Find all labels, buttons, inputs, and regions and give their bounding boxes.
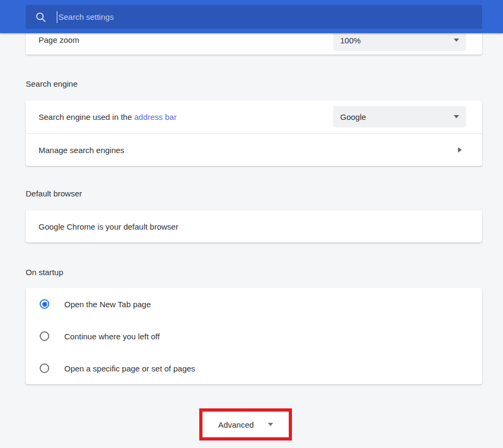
manage-search-engines-label: Manage search engines xyxy=(39,146,124,155)
search-engine-select[interactable]: Google xyxy=(333,106,466,127)
page-zoom-value: 100% xyxy=(340,36,361,45)
settings-search-header: Search settings xyxy=(0,0,503,33)
search-icon xyxy=(35,11,47,23)
text-cursor xyxy=(57,11,57,23)
settings-search-input[interactable]: Search settings xyxy=(26,5,482,29)
search-placeholder: Search settings xyxy=(58,12,114,21)
section-title-on-startup: On startup xyxy=(26,268,63,277)
default-browser-status: Google Chrome is your default browser xyxy=(39,222,178,231)
advanced-button[interactable]: Advanced xyxy=(202,412,289,437)
annotation-highlight-box: Advanced xyxy=(199,408,292,441)
default-browser-card: Google Chrome is your default browser xyxy=(26,210,482,242)
page-zoom-label: Page zoom xyxy=(39,35,79,44)
search-engine-row-label: Search engine used in the address bar xyxy=(39,112,177,122)
subpage-arrow-icon xyxy=(458,147,462,153)
startup-option-new-tab[interactable]: Open the New Tab page xyxy=(26,288,482,320)
chevron-down-icon xyxy=(454,39,459,42)
startup-option-continue[interactable]: Continue where you left off xyxy=(26,320,482,352)
startup-option-label: Open the New Tab page xyxy=(64,300,151,309)
chrome-settings-page: Search settings Page zoom 100% Search en… xyxy=(0,0,503,448)
radio-unselected-icon[interactable] xyxy=(40,331,49,341)
radio-selected-icon[interactable] xyxy=(40,299,49,309)
search-engine-card: Search engine used in the address bar Go… xyxy=(26,101,482,166)
startup-option-specific-pages[interactable]: Open a specific page or set of pages xyxy=(26,352,482,384)
on-startup-card: Open the New Tab page Continue where you… xyxy=(26,288,482,384)
search-engine-label-text: Search engine used in the xyxy=(39,112,134,122)
startup-option-label: Continue where you left off xyxy=(64,332,160,341)
advanced-button-label: Advanced xyxy=(218,420,254,429)
section-title-default-browser: Default browser xyxy=(26,189,82,199)
manage-search-engines-row[interactable]: Manage search engines xyxy=(26,134,482,166)
address-bar-link[interactable]: address bar xyxy=(134,112,176,122)
search-engine-value: Google xyxy=(340,112,366,122)
section-title-search-engine: Search engine xyxy=(26,79,78,89)
radio-unselected-icon[interactable] xyxy=(40,363,49,373)
chevron-down-icon xyxy=(454,115,459,118)
chevron-down-icon xyxy=(268,423,273,426)
startup-option-label: Open a specific page or set of pages xyxy=(64,364,195,373)
